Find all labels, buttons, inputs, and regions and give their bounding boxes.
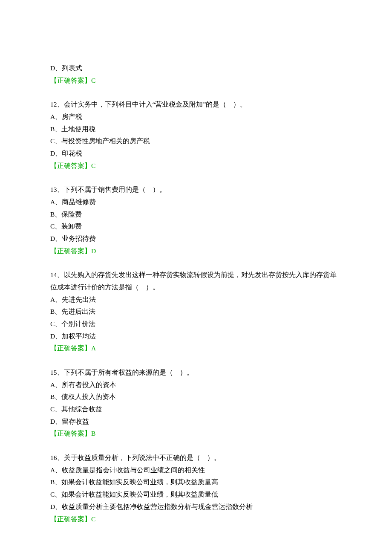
answer-label: 【正确答案】 <box>50 77 91 84</box>
question-11-partial: D、列表式 【正确答案】C <box>50 62 342 87</box>
option-d: D、留存收益 <box>50 416 342 428</box>
question-14: 14、以先购入的存货先发出这样一种存货实物流转假设为前提，对先发出存货按先入库的… <box>50 269 342 355</box>
question-12: 12、会计实务中，下列科目中计入“营业税金及附加”的是（ ）。 A、房产税 B、… <box>50 98 342 172</box>
option-d: D、印花税 <box>50 147 342 160</box>
answer-value: D <box>91 247 96 254</box>
answer-line: 【正确答案】C <box>50 75 342 87</box>
answer-line: 【正确答案】A <box>50 342 342 355</box>
option-c: C、其他综合收益 <box>50 403 342 416</box>
option-c: C、个别计价法 <box>50 318 342 330</box>
question-stem: 12、会计实务中，下列科目中计入“营业税金及附加”的是（ ）。 <box>50 98 342 111</box>
option-d: D、加权平均法 <box>50 330 342 343</box>
option-b: B、土地使用税 <box>50 123 342 136</box>
answer-label: 【正确答案】 <box>50 344 91 352</box>
answer-label: 【正确答案】 <box>50 162 91 169</box>
answer-value: A <box>91 344 96 352</box>
question-16: 16、关于收益质量分析，下列说法中不正确的是（ ）。 A、收益质量是指会计收益与… <box>50 452 342 525</box>
option-d: D、列表式 <box>50 62 342 75</box>
option-c: C、与投资性房地产相关的房产税 <box>50 135 342 147</box>
option-d: D、业务招待费 <box>50 233 342 245</box>
answer-value: C <box>91 77 95 84</box>
option-a: A、先进先出法 <box>50 294 342 306</box>
answer-line: 【正确答案】B <box>50 428 342 440</box>
option-d: D、收益质量分析主要包括净收益营运指数分析与现金营运指数分析 <box>50 501 342 513</box>
answer-line: 【正确答案】D <box>50 245 342 257</box>
answer-value: C <box>91 162 95 169</box>
question-stem: 16、关于收益质量分析，下列说法中不正确的是（ ）。 <box>50 452 342 464</box>
question-stem: 15、下列不属于所有者权益的来源的是（ ）。 <box>50 367 342 379</box>
option-a: A、所有者投入的资本 <box>50 379 342 391</box>
option-c: C、如果会计收益能如实反映公司业绩，则其收益质量低 <box>50 489 342 501</box>
option-a: A、商品维修费 <box>50 196 342 208</box>
answer-line: 【正确答案】C <box>50 513 342 526</box>
answer-value: B <box>91 430 95 437</box>
option-b: B、如果会计收益能如实反映公司业绩，则其收益质量高 <box>50 476 342 489</box>
answer-line: 【正确答案】C <box>50 160 342 172</box>
question-stem: 14、以先购入的存货先发出这样一种存货实物流转假设为前提，对先发出存货按先入库的… <box>50 269 342 293</box>
answer-label: 【正确答案】 <box>50 515 91 523</box>
option-a: A、收益质量是指会计收益与公司业绩之间的相关性 <box>50 464 342 477</box>
option-b: B、先进后出法 <box>50 306 342 318</box>
option-c: C、装卸费 <box>50 220 342 233</box>
question-13: 13、下列不属于销售费用的是（ ）。 A、商品维修费 B、保险费 C、装卸费 D… <box>50 184 342 257</box>
option-b: B、债权人投入的资本 <box>50 391 342 403</box>
question-stem: 13、下列不属于销售费用的是（ ）。 <box>50 184 342 196</box>
option-a: A、房产税 <box>50 111 342 123</box>
answer-label: 【正确答案】 <box>50 430 91 437</box>
question-15: 15、下列不属于所有者权益的来源的是（ ）。 A、所有者投入的资本 B、债权人投… <box>50 367 342 440</box>
option-b: B、保险费 <box>50 208 342 221</box>
answer-value: C <box>91 515 95 523</box>
answer-label: 【正确答案】 <box>50 247 91 254</box>
